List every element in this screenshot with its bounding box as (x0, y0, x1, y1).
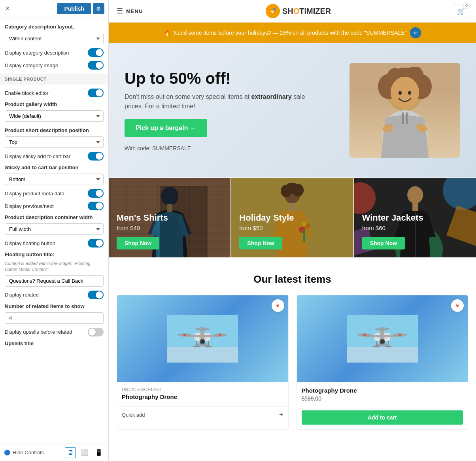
desktop-icon[interactable]: 🖥 (65, 447, 76, 458)
right-preview: ☰ MENU SHOTIMIZER 🛒 0 🔥 Need some items (109, 0, 476, 461)
left-panel: × Publish ⚙ Category description layout.… (0, 0, 109, 461)
hero-title: Up to 50% off! (125, 70, 314, 87)
settings-button[interactable]: ⚙ (93, 3, 104, 14)
store-nav: ☰ MENU SHOTIMIZER 🛒 0 (109, 0, 476, 23)
cart-icon[interactable]: 🛒 0 (454, 4, 468, 18)
svg-rect-13 (406, 112, 408, 124)
logo-text: SHOTIMIZER (282, 7, 331, 16)
menu-button[interactable]: ☰ MENU (117, 7, 143, 15)
svg-point-75 (363, 334, 366, 336)
wishlist-button-1[interactable]: ♥ (272, 299, 284, 312)
floating-button-label: Display floating button (5, 240, 55, 246)
sticky-cart-position-dropdown[interactable]: Bottom (5, 174, 104, 185)
winter-shop-btn[interactable]: Shop Now (362, 237, 405, 249)
short-desc-dropdown[interactable]: Top (5, 136, 104, 148)
display-category-image-toggle[interactable] (88, 61, 104, 70)
device-icons: 🖥 ⬜ 📱 (65, 447, 104, 458)
number-related-input[interactable] (5, 312, 104, 324)
category-layout-label: Category description layout. (5, 24, 104, 30)
mens-shirts-shop-btn[interactable]: Shop Now (117, 237, 159, 249)
svg-rect-60 (347, 347, 418, 363)
display-category-description-label: Display category description (5, 50, 69, 56)
winter-title: Winter Jackets (362, 213, 468, 223)
cart-symbol: 🛒 (457, 8, 465, 15)
display-related-toggle[interactable] (88, 291, 104, 299)
prev-next-label: Display previous/next (5, 203, 54, 209)
panel-header: × Publish ⚙ (0, 0, 108, 17)
desc-container-dropdown[interactable]: Full width (5, 223, 104, 235)
product-card-2: ♥ Photography Drone $599.00 Add to cart (297, 295, 468, 430)
category-card-winter[interactable]: Winter Jackets from $60 Shop Now (354, 178, 476, 257)
promo-edit-button[interactable]: ✏ (410, 27, 421, 38)
hamburger-icon: ☰ (117, 7, 123, 15)
enable-block-editor-toggle[interactable] (88, 89, 104, 97)
svg-point-49 (195, 327, 210, 331)
display-related-label: Display related (5, 292, 39, 298)
hero-code: With code: SUMMERSALE (125, 145, 314, 151)
upsells-title-label: Upsells title (5, 340, 104, 346)
category-section: Men's Shirts from $40 Shop Now (109, 178, 476, 257)
enable-block-editor-row: Enable block editor (5, 89, 104, 97)
desc-container-label: Product description container width (5, 214, 104, 220)
svg-point-70 (381, 340, 384, 343)
winter-overlay: Winter Jackets from $60 Shop Now (354, 178, 476, 257)
promo-banner: 🔥 Need some items before your holidays? … (109, 23, 476, 43)
bottom-bar: 🔵 Hide Controls 🖥 ⬜ 📱 (0, 444, 108, 461)
tablet-icon[interactable]: ⬜ (79, 447, 90, 458)
display-category-description-toggle[interactable] (88, 48, 104, 57)
floating-button-row: Display floating button (5, 239, 104, 248)
product-card-1: ♥ UNCATEGORIZED Photography Drone Quick … (117, 295, 289, 430)
hero-image (349, 63, 460, 158)
product-category-1: UNCATEGORIZED (122, 387, 283, 392)
floating-title-input[interactable] (5, 275, 104, 287)
product-meta-row: Display product meta data (5, 189, 104, 198)
prev-next-toggle[interactable] (88, 202, 104, 210)
sticky-cart-position-label: Sticky add to cart bar position (5, 164, 104, 170)
hide-controls-label: Hide Controls (13, 450, 44, 455)
svg-point-52 (201, 340, 204, 343)
upsells-toggle[interactable] (88, 328, 104, 336)
upsells-row: Display upsells before related (5, 328, 104, 336)
hide-controls-btn[interactable]: 🔵 Hide Controls (4, 450, 44, 455)
cart-badge: 0 (463, 2, 470, 9)
add-to-cart-button-2[interactable]: Add to cart (302, 410, 463, 425)
gallery-width-dropdown[interactable]: Wide (default) (5, 110, 104, 122)
hero-subtitle: Don't miss out on some very special item… (125, 92, 314, 111)
holiday-shop-btn[interactable]: Shop Now (239, 237, 282, 249)
sticky-cart-label: Display sticky add to cart bar (5, 153, 70, 159)
product-meta-toggle[interactable] (88, 189, 104, 198)
category-card-mens-shirts[interactable]: Men's Shirts from $40 Shop Now (109, 178, 230, 257)
floating-button-toggle[interactable] (88, 239, 104, 248)
floating-title-hint: Content is added within the widget: "Flo… (5, 261, 104, 273)
fire-icon: 🔥 (164, 30, 170, 36)
mens-shirts-price: from $40 (117, 225, 223, 231)
category-card-holiday[interactable]: Holiday Style from $50 Shop Now (231, 178, 353, 257)
close-button[interactable]: × (4, 3, 11, 14)
sticky-cart-row: Display sticky add to cart bar (5, 152, 104, 161)
product-info-2: Photography Drone $599.00 (297, 382, 468, 410)
svg-point-76 (399, 334, 401, 336)
sticky-cart-toggle[interactable] (88, 152, 104, 161)
svg-point-57 (183, 334, 186, 336)
holiday-overlay: Holiday Style from $50 Shop Now (231, 178, 353, 257)
hero-cta-button[interactable]: Pick up a bargain → (125, 119, 207, 137)
logo-icon (266, 4, 280, 18)
svg-point-10 (408, 91, 411, 95)
svg-point-8 (391, 77, 419, 108)
mens-shirts-overlay: Men's Shirts from $40 Shop Now (109, 178, 230, 257)
winter-price: from $60 (362, 225, 468, 231)
short-desc-position-label: Product short description position (5, 127, 104, 133)
product-image-2: ♥ (297, 295, 468, 382)
display-related-row: Display related (5, 291, 104, 299)
wishlist-button-2[interactable]: ♥ (451, 299, 464, 312)
within-content-dropdown[interactable]: Within content (5, 33, 104, 44)
panel-content: Category description layout. Within cont… (0, 17, 108, 444)
holiday-price: from $50 (239, 225, 345, 231)
mobile-icon[interactable]: 📱 (93, 447, 104, 458)
eye-icon: 🔵 (4, 450, 10, 455)
product-meta-label: Display product meta data (5, 191, 64, 196)
publish-button[interactable]: Publish (57, 3, 91, 14)
latest-section: Our latest items (109, 257, 476, 438)
quick-add-label-1: Quick add (122, 412, 145, 418)
quick-add-icon-1[interactable]: + (279, 411, 283, 419)
